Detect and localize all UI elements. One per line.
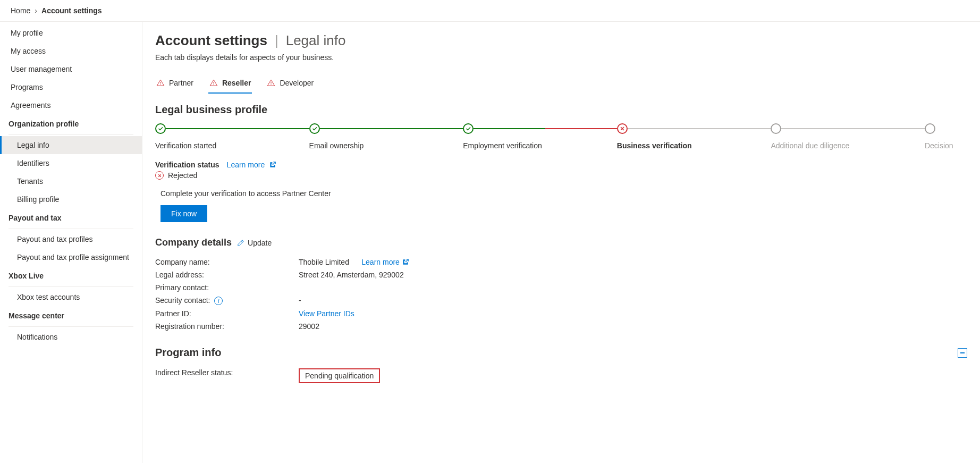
value: Thobile Limited Learn more xyxy=(299,258,409,266)
check-icon xyxy=(463,123,474,134)
tab-label: Partner xyxy=(169,79,193,87)
value: - xyxy=(299,296,301,305)
chevron-right-icon: › xyxy=(35,6,37,15)
learn-more-link[interactable]: Learn more xyxy=(361,258,409,266)
label: Legal address: xyxy=(155,271,299,279)
external-link-icon xyxy=(269,161,276,168)
sidebar-header-message-center: Message center xyxy=(0,306,142,324)
status-badge: Pending qualification xyxy=(299,368,380,383)
warning-icon xyxy=(209,79,218,87)
verification-stepper: Verification started Email ownership Emp… xyxy=(155,123,967,150)
fix-block: Complete your verification to access Par… xyxy=(160,189,967,222)
verification-status-row: Verification status Learn more xyxy=(155,161,967,169)
pending-icon xyxy=(771,123,781,134)
page-title-main: Account settings xyxy=(155,32,267,49)
step-label: Employment verification xyxy=(463,141,617,150)
rejected-status: Rejected xyxy=(155,171,967,180)
tabs: Partner Reseller Developer xyxy=(155,74,967,94)
company-details-heading: Company details Update xyxy=(155,237,967,248)
value: Street 240, Amsterdam, 929002 xyxy=(299,271,404,279)
learn-more-link[interactable]: Learn more xyxy=(227,161,276,169)
sidebar-item-payout-assignment[interactable]: Payout and tax profile assignment xyxy=(0,248,142,266)
sidebar-item-legal-info[interactable]: Legal info xyxy=(0,136,142,154)
tab-reseller[interactable]: Reseller xyxy=(208,74,252,94)
connector xyxy=(781,128,925,129)
sidebar-item-notifications[interactable]: Notifications xyxy=(0,328,142,346)
warning-icon xyxy=(156,79,165,87)
update-link[interactable]: Update xyxy=(237,239,272,247)
program-info-header: Program info xyxy=(155,347,967,359)
title-separator: | xyxy=(275,32,278,49)
row-legal-address: Legal address: Street 240, Amsterdam, 92… xyxy=(155,268,967,281)
sidebar-header-payout-tax: Payout and tax xyxy=(0,208,142,226)
tab-label: Developer xyxy=(280,79,314,87)
step-label: Additional due diligence xyxy=(771,141,925,150)
row-company-name: Company name: Thobile Limited Learn more xyxy=(155,256,967,268)
divider xyxy=(9,229,133,229)
step-label: Decision xyxy=(925,141,967,150)
step-employment-verification: Employment verification xyxy=(463,123,617,150)
link-text: Learn more xyxy=(227,161,265,169)
error-icon xyxy=(155,171,164,180)
page-description: Each tab displays details for aspects of… xyxy=(155,53,967,62)
update-label: Update xyxy=(248,239,272,247)
sidebar-item-user-management[interactable]: User management xyxy=(0,60,142,78)
heading-text: Company details xyxy=(155,237,232,248)
breadcrumb: Home › Account settings xyxy=(0,0,980,22)
sidebar-header-xbox-live: Xbox Live xyxy=(0,266,142,284)
step-email-ownership: Email ownership xyxy=(309,123,463,150)
view-partner-ids-link[interactable]: View Partner IDs xyxy=(299,309,354,318)
tab-partner[interactable]: Partner xyxy=(155,74,195,94)
check-icon xyxy=(309,123,320,134)
step-decision: Decision xyxy=(925,123,967,150)
step-label: Business verification xyxy=(617,141,771,150)
divider xyxy=(9,134,133,135)
divider xyxy=(9,286,133,287)
breadcrumb-home[interactable]: Home xyxy=(11,6,30,15)
label: Primary contact: xyxy=(155,283,299,292)
external-link-icon xyxy=(402,258,409,266)
svg-point-3 xyxy=(213,85,214,85)
legal-profile-heading: Legal business profile xyxy=(155,104,967,116)
row-partner-id: Partner ID: View Partner IDs xyxy=(155,307,967,320)
label: Company name: xyxy=(155,258,299,266)
divider xyxy=(9,326,133,327)
step-verification-started: Verification started xyxy=(155,123,309,150)
sidebar-item-payout-profiles[interactable]: Payout and tax profiles xyxy=(0,230,142,248)
company-name-value: Thobile Limited xyxy=(299,258,349,266)
label-text: Security contact: xyxy=(155,296,210,305)
step-business-verification: Business verification xyxy=(617,123,771,150)
fix-now-button[interactable]: Fix now xyxy=(160,205,207,222)
label: Registration number: xyxy=(155,322,299,331)
connector xyxy=(320,128,463,129)
error-icon xyxy=(617,123,628,134)
row-primary-contact: Primary contact: xyxy=(155,281,967,294)
connector xyxy=(166,128,309,129)
label: Indirect Reseller status: xyxy=(155,368,299,383)
fix-text: Complete your verification to access Par… xyxy=(160,189,967,198)
sidebar-header-org-profile: Organization profile xyxy=(0,114,142,132)
sidebar-item-billing-profile[interactable]: Billing profile xyxy=(0,190,142,208)
sidebar-item-programs[interactable]: Programs xyxy=(0,78,142,96)
label: Security contact: i xyxy=(155,296,299,305)
page-title: Account settings | Legal info xyxy=(155,32,967,49)
row-reseller-status: Indirect Reseller status: Pending qualif… xyxy=(155,366,967,385)
collapse-button[interactable] xyxy=(958,348,967,358)
svg-point-5 xyxy=(271,85,272,85)
minus-icon xyxy=(960,350,965,356)
sidebar-item-my-access[interactable]: My access xyxy=(0,42,142,60)
step-label: Verification started xyxy=(155,141,309,150)
sidebar-item-identifiers[interactable]: Identifiers xyxy=(0,154,142,172)
sidebar-item-tenants[interactable]: Tenants xyxy=(0,172,142,190)
sidebar-item-agreements[interactable]: Agreements xyxy=(0,96,142,114)
tab-developer[interactable]: Developer xyxy=(266,74,315,94)
connector xyxy=(474,128,617,129)
row-security-contact: Security contact: i - xyxy=(155,294,967,307)
sidebar: My profile My access User management Pro… xyxy=(0,22,142,463)
connector xyxy=(628,128,771,129)
row-registration-number: Registration number: 29002 xyxy=(155,320,967,333)
sidebar-item-xbox-test[interactable]: Xbox test accounts xyxy=(0,288,142,306)
value: 29002 xyxy=(299,322,319,331)
info-icon[interactable]: i xyxy=(214,297,223,305)
sidebar-item-my-profile[interactable]: My profile xyxy=(0,24,142,42)
